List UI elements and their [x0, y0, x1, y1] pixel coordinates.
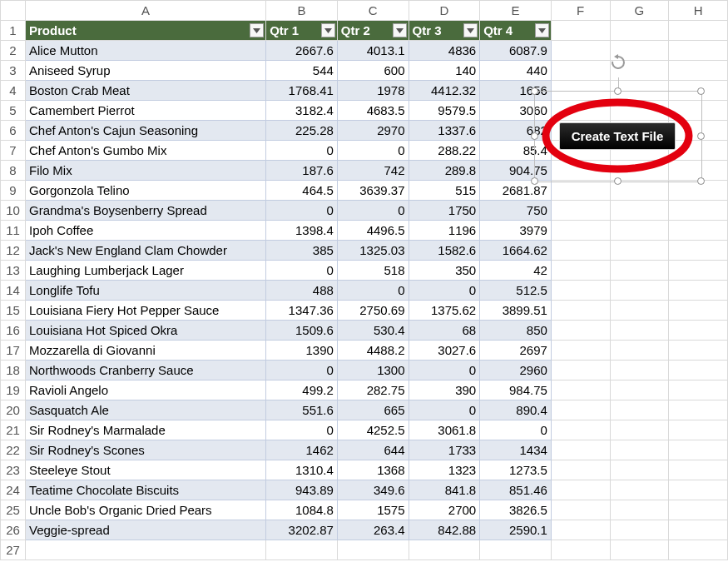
cell-q3[interactable]: 1337.6: [409, 121, 480, 141]
cell-q4[interactable]: 851.46: [480, 480, 552, 500]
cell-q4[interactable]: 2590.1: [480, 520, 552, 540]
cell-product[interactable]: Ravioli Angelo: [25, 380, 265, 400]
cell-G12[interactable]: [610, 241, 669, 261]
cell-product[interactable]: Boston Crab Meat: [25, 81, 265, 101]
cell-G19[interactable]: [610, 380, 669, 400]
cell-q1[interactable]: 0: [266, 141, 338, 161]
cell-product[interactable]: Veggie-spread: [25, 520, 265, 540]
cell-H15[interactable]: [669, 301, 728, 321]
cell-q1[interactable]: 2667.6: [266, 41, 338, 61]
cell-G15[interactable]: [610, 301, 669, 321]
cell-H16[interactable]: [669, 321, 728, 341]
cell-H24[interactable]: [669, 480, 728, 500]
cell-F14[interactable]: [551, 281, 610, 301]
cell-product[interactable]: Jack's New England Clam Chowder: [25, 241, 265, 261]
row-header-23[interactable]: 23: [1, 460, 26, 480]
select-all-corner[interactable]: [1, 1, 26, 21]
cell-q1[interactable]: 0: [266, 201, 338, 221]
resize-handle-ne[interactable]: [697, 87, 705, 95]
row-header-3[interactable]: 3: [1, 61, 26, 81]
col-header-D[interactable]: D: [409, 1, 480, 21]
cell-G24[interactable]: [610, 480, 669, 500]
cell-q3[interactable]: 2700: [409, 500, 480, 520]
row-header-21[interactable]: 21: [1, 420, 26, 440]
row-header-4[interactable]: 4: [1, 81, 26, 101]
cell-H20[interactable]: [669, 400, 728, 420]
cell-q3[interactable]: 3061.8: [409, 420, 480, 440]
cell-q3[interactable]: 350: [409, 261, 480, 281]
cell-q1[interactable]: 385: [266, 241, 338, 261]
cell-q1[interactable]: 0: [266, 361, 338, 380]
cell-F10[interactable]: [551, 201, 610, 221]
cell-G11[interactable]: [610, 221, 669, 241]
cell-product[interactable]: Teatime Chocolate Biscuits: [25, 480, 265, 500]
cell-q1[interactable]: 1310.4: [266, 460, 338, 480]
cell-q2[interactable]: 4496.5: [337, 221, 409, 241]
cell-q4[interactable]: 2697: [480, 341, 552, 361]
cell-q2[interactable]: 530.4: [337, 321, 409, 341]
cell-q2[interactable]: 0: [337, 201, 409, 221]
row-header-11[interactable]: 11: [1, 221, 26, 241]
cell-G27[interactable]: [610, 540, 669, 560]
cell-G22[interactable]: [610, 440, 669, 460]
cell-F13[interactable]: [551, 261, 610, 281]
cell-q3[interactable]: 68: [409, 321, 480, 341]
cell-H14[interactable]: [669, 281, 728, 301]
cell-product[interactable]: Filo Mix: [25, 161, 265, 181]
cell-q2[interactable]: 4488.2: [337, 341, 409, 361]
cell-q4[interactable]: 890.4: [480, 400, 552, 420]
cell-product[interactable]: Aniseed Syrup: [25, 61, 265, 81]
cell-q4[interactable]: 3899.51: [480, 301, 552, 321]
cell-product[interactable]: Chef Anton's Gumbo Mix: [25, 141, 265, 161]
cell-q3[interactable]: 4836: [409, 41, 480, 61]
cell-q3[interactable]: 1582.6: [409, 241, 480, 261]
create-text-file-button[interactable]: Create Text File: [559, 122, 676, 150]
cell-q2[interactable]: 349.6: [337, 480, 409, 500]
header-product[interactable]: Product: [25, 21, 265, 41]
row-header-27[interactable]: 27: [1, 540, 26, 560]
cell-product[interactable]: Ipoh Coffee: [25, 221, 265, 241]
cell-q2[interactable]: 1575: [337, 500, 409, 520]
cell-F24[interactable]: [551, 480, 610, 500]
cell-q1[interactable]: 225.28: [266, 121, 338, 141]
cell-H23[interactable]: [669, 460, 728, 480]
cell-q2[interactable]: 4013.1: [337, 41, 409, 61]
cell-q4[interactable]: 3979: [480, 221, 552, 241]
cell-q2[interactable]: 4683.5: [337, 101, 409, 121]
cell-G18[interactable]: [610, 361, 669, 380]
cell-A27[interactable]: [25, 540, 265, 560]
cell-product[interactable]: Alice Mutton: [25, 41, 265, 61]
cell-q1[interactable]: 1084.8: [266, 500, 338, 520]
cell-q4[interactable]: 2960: [480, 361, 552, 380]
cell-q3[interactable]: 1733: [409, 440, 480, 460]
cell-F20[interactable]: [551, 400, 610, 420]
cell-q3[interactable]: 288.22: [409, 141, 480, 161]
cell-product[interactable]: Gorgonzola Telino: [25, 181, 265, 201]
filter-dropdown-q2[interactable]: [393, 23, 407, 37]
cell-q1[interactable]: 1398.4: [266, 221, 338, 241]
cell-q3[interactable]: 842.88: [409, 520, 480, 540]
resize-handle-nw[interactable]: [531, 87, 538, 95]
row-header-1[interactable]: 1: [1, 21, 26, 41]
cell-q2[interactable]: 1978: [337, 81, 409, 101]
cell-q1[interactable]: 1509.6: [266, 321, 338, 341]
cell-H27[interactable]: [669, 540, 728, 560]
cell-q4[interactable]: 42: [480, 261, 552, 281]
cell-q4[interactable]: 1664.62: [480, 241, 552, 261]
oval-shape[interactable]: Create Text File: [541, 97, 694, 174]
cell-q2[interactable]: 518: [337, 261, 409, 281]
cell-product[interactable]: Camembert Pierrot: [25, 101, 265, 121]
row-header-16[interactable]: 16: [1, 321, 26, 341]
cell-G17[interactable]: [610, 341, 669, 361]
header-q3[interactable]: Qtr 3: [409, 21, 480, 41]
row-header-2[interactable]: 2: [1, 41, 26, 61]
cell-H17[interactable]: [669, 341, 728, 361]
cell-F11[interactable]: [551, 221, 610, 241]
cell-q3[interactable]: 289.8: [409, 161, 480, 181]
cell-product[interactable]: Chef Anton's Cajun Seasoning: [25, 121, 265, 141]
rotate-handle-icon[interactable]: [610, 54, 626, 73]
cell-q1[interactable]: 464.5: [266, 181, 338, 201]
row-header-9[interactable]: 9: [1, 181, 26, 201]
cell-q4[interactable]: 1434: [480, 440, 552, 460]
resize-handle-se[interactable]: [697, 177, 705, 185]
